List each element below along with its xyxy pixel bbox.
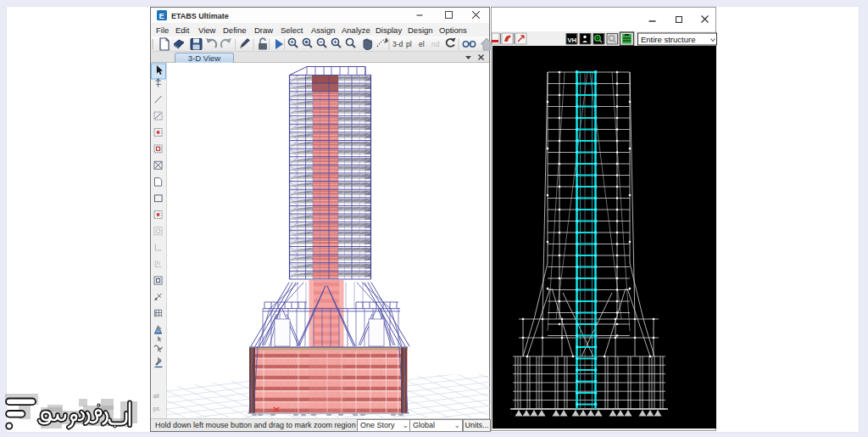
svg-text:ps: ps bbox=[153, 406, 160, 412]
svg-text:Entire structure: Entire structure bbox=[641, 35, 695, 44]
svg-text:nd: nd bbox=[431, 40, 440, 48]
svg-text:3-d: 3-d bbox=[392, 40, 403, 48]
svg-text:pl: pl bbox=[406, 40, 412, 48]
svg-text:el: el bbox=[419, 40, 425, 48]
svg-text:all: all bbox=[153, 393, 159, 399]
svg-text:E: E bbox=[159, 11, 164, 20]
svg-text:VH: VH bbox=[568, 36, 576, 44]
